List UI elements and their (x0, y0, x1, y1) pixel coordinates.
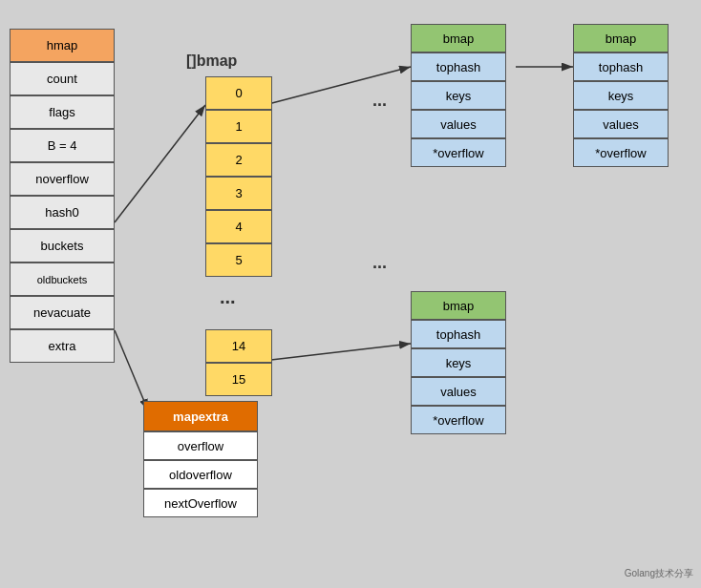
mapextra-overflow: overflow (143, 431, 258, 460)
bucket-4: 4 (205, 210, 272, 243)
bmap2-keys: keys (573, 81, 669, 110)
bucket-5: 5 (205, 243, 272, 277)
bmap1-title: bmap (411, 24, 506, 52)
bmap1-keys: keys (411, 81, 506, 110)
dots-lower: ... (372, 253, 387, 273)
bucket-3: 3 (205, 177, 272, 210)
mapextra-title: mapextra (143, 401, 258, 431)
watermark: Golang技术分享 (625, 567, 693, 580)
watermark-text: Golang技术分享 (625, 567, 693, 580)
hmap-extra: extra (10, 329, 115, 363)
hmap-flags: flags (10, 95, 115, 129)
bmap3-tophash: tophash (411, 320, 506, 348)
bmap1-tophash: tophash (411, 52, 506, 81)
diagram: hmap count flags B = 4 noverflow hash0 b… (0, 0, 701, 588)
bmap2-tophash: tophash (573, 52, 669, 81)
hmap-count: count (10, 62, 115, 95)
bmap3-overflow: *overflow (411, 406, 506, 434)
hmap-hash0: hash0 (10, 196, 115, 229)
bucket-1: 1 (205, 110, 272, 143)
bucket-15: 15 (205, 363, 272, 396)
hmap-oldbuckets: oldbuckets (10, 262, 115, 296)
bmap1-values: values (411, 110, 506, 138)
svg-line-1 (115, 105, 205, 222)
mapextra-nextoverflow: nextOverflow (143, 489, 258, 517)
bmap2-overflow: *overflow (573, 138, 669, 167)
bmap-array-label: []bmap (186, 52, 237, 70)
bucket-14: 14 (205, 329, 272, 363)
bucket-0: 0 (205, 76, 272, 110)
bmap3-values: values (411, 377, 506, 406)
bmap3-title: bmap (411, 291, 506, 320)
dots-middle: ... (220, 286, 236, 308)
hmap-noverflow: noverflow (10, 162, 115, 196)
mapextra-oldoverflow: oldoverflow (143, 460, 258, 489)
hmap-title: hmap (10, 29, 115, 62)
hmap-buckets: buckets (10, 229, 115, 262)
bmap2-values: values (573, 110, 669, 138)
bmap3-keys: keys (411, 348, 506, 377)
hmap-nevacuate: nevacuate (10, 296, 115, 329)
svg-line-5 (115, 330, 148, 410)
dots-right-top: ... (372, 91, 387, 111)
bucket-2: 2 (205, 143, 272, 177)
hmap-b: B = 4 (10, 129, 115, 162)
bmap2-title: bmap (573, 24, 669, 52)
bmap1-overflow: *overflow (411, 138, 506, 167)
